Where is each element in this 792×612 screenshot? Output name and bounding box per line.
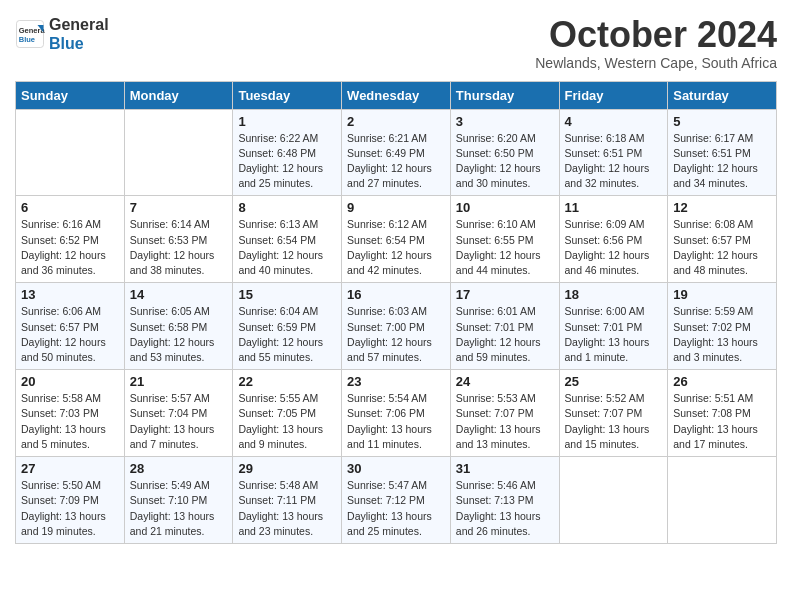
page-header: General Blue General Blue October 2024 N… [15, 15, 777, 71]
logo: General Blue General Blue [15, 15, 109, 53]
day-info: Sunrise: 6:08 AM Sunset: 6:57 PM Dayligh… [673, 217, 771, 278]
calendar-cell: 25Sunrise: 5:52 AM Sunset: 7:07 PM Dayli… [559, 370, 668, 457]
day-number: 19 [673, 287, 771, 302]
calendar-cell: 14Sunrise: 6:05 AM Sunset: 6:58 PM Dayli… [124, 283, 233, 370]
day-info: Sunrise: 6:03 AM Sunset: 7:00 PM Dayligh… [347, 304, 445, 365]
day-number: 2 [347, 114, 445, 129]
logo-text-general: General [49, 15, 109, 34]
calendar-cell [668, 457, 777, 544]
calendar-cell [124, 109, 233, 196]
day-info: Sunrise: 6:06 AM Sunset: 6:57 PM Dayligh… [21, 304, 119, 365]
calendar-cell: 16Sunrise: 6:03 AM Sunset: 7:00 PM Dayli… [342, 283, 451, 370]
title-block: October 2024 Newlands, Western Cape, Sou… [535, 15, 777, 71]
column-header-tuesday: Tuesday [233, 81, 342, 109]
day-number: 14 [130, 287, 228, 302]
day-number: 30 [347, 461, 445, 476]
calendar-cell: 29Sunrise: 5:48 AM Sunset: 7:11 PM Dayli… [233, 457, 342, 544]
day-info: Sunrise: 5:48 AM Sunset: 7:11 PM Dayligh… [238, 478, 336, 539]
day-info: Sunrise: 6:21 AM Sunset: 6:49 PM Dayligh… [347, 131, 445, 192]
day-number: 3 [456, 114, 554, 129]
calendar-cell: 4Sunrise: 6:18 AM Sunset: 6:51 PM Daylig… [559, 109, 668, 196]
day-info: Sunrise: 6:04 AM Sunset: 6:59 PM Dayligh… [238, 304, 336, 365]
day-info: Sunrise: 5:47 AM Sunset: 7:12 PM Dayligh… [347, 478, 445, 539]
day-number: 12 [673, 200, 771, 215]
day-number: 17 [456, 287, 554, 302]
day-number: 13 [21, 287, 119, 302]
column-header-wednesday: Wednesday [342, 81, 451, 109]
logo-text-blue: Blue [49, 34, 109, 53]
calendar-cell: 18Sunrise: 6:00 AM Sunset: 7:01 PM Dayli… [559, 283, 668, 370]
calendar-cell [559, 457, 668, 544]
calendar-cell: 22Sunrise: 5:55 AM Sunset: 7:05 PM Dayli… [233, 370, 342, 457]
calendar-cell: 30Sunrise: 5:47 AM Sunset: 7:12 PM Dayli… [342, 457, 451, 544]
calendar-week-row: 27Sunrise: 5:50 AM Sunset: 7:09 PM Dayli… [16, 457, 777, 544]
column-header-sunday: Sunday [16, 81, 125, 109]
calendar-week-row: 13Sunrise: 6:06 AM Sunset: 6:57 PM Dayli… [16, 283, 777, 370]
calendar-cell: 21Sunrise: 5:57 AM Sunset: 7:04 PM Dayli… [124, 370, 233, 457]
day-info: Sunrise: 5:55 AM Sunset: 7:05 PM Dayligh… [238, 391, 336, 452]
day-number: 15 [238, 287, 336, 302]
calendar-cell: 9Sunrise: 6:12 AM Sunset: 6:54 PM Daylig… [342, 196, 451, 283]
day-number: 23 [347, 374, 445, 389]
day-number: 10 [456, 200, 554, 215]
column-header-monday: Monday [124, 81, 233, 109]
day-info: Sunrise: 5:51 AM Sunset: 7:08 PM Dayligh… [673, 391, 771, 452]
calendar-cell: 7Sunrise: 6:14 AM Sunset: 6:53 PM Daylig… [124, 196, 233, 283]
calendar-cell: 13Sunrise: 6:06 AM Sunset: 6:57 PM Dayli… [16, 283, 125, 370]
calendar-cell: 2Sunrise: 6:21 AM Sunset: 6:49 PM Daylig… [342, 109, 451, 196]
day-info: Sunrise: 5:49 AM Sunset: 7:10 PM Dayligh… [130, 478, 228, 539]
calendar-week-row: 6Sunrise: 6:16 AM Sunset: 6:52 PM Daylig… [16, 196, 777, 283]
day-info: Sunrise: 6:00 AM Sunset: 7:01 PM Dayligh… [565, 304, 663, 365]
day-info: Sunrise: 5:54 AM Sunset: 7:06 PM Dayligh… [347, 391, 445, 452]
day-info: Sunrise: 5:50 AM Sunset: 7:09 PM Dayligh… [21, 478, 119, 539]
month-title: October 2024 [535, 15, 777, 55]
calendar-cell: 15Sunrise: 6:04 AM Sunset: 6:59 PM Dayli… [233, 283, 342, 370]
day-info: Sunrise: 5:57 AM Sunset: 7:04 PM Dayligh… [130, 391, 228, 452]
day-number: 29 [238, 461, 336, 476]
day-info: Sunrise: 5:59 AM Sunset: 7:02 PM Dayligh… [673, 304, 771, 365]
calendar-header-row: SundayMondayTuesdayWednesdayThursdayFrid… [16, 81, 777, 109]
logo-icon: General Blue [15, 19, 45, 49]
day-number: 21 [130, 374, 228, 389]
calendar-cell: 31Sunrise: 5:46 AM Sunset: 7:13 PM Dayli… [450, 457, 559, 544]
column-header-saturday: Saturday [668, 81, 777, 109]
day-number: 18 [565, 287, 663, 302]
calendar-week-row: 1Sunrise: 6:22 AM Sunset: 6:48 PM Daylig… [16, 109, 777, 196]
calendar-cell: 20Sunrise: 5:58 AM Sunset: 7:03 PM Dayli… [16, 370, 125, 457]
calendar-cell: 8Sunrise: 6:13 AM Sunset: 6:54 PM Daylig… [233, 196, 342, 283]
day-info: Sunrise: 6:17 AM Sunset: 6:51 PM Dayligh… [673, 131, 771, 192]
day-number: 27 [21, 461, 119, 476]
day-number: 28 [130, 461, 228, 476]
day-info: Sunrise: 6:10 AM Sunset: 6:55 PM Dayligh… [456, 217, 554, 278]
calendar-cell: 28Sunrise: 5:49 AM Sunset: 7:10 PM Dayli… [124, 457, 233, 544]
calendar-cell: 17Sunrise: 6:01 AM Sunset: 7:01 PM Dayli… [450, 283, 559, 370]
day-number: 6 [21, 200, 119, 215]
calendar-cell: 27Sunrise: 5:50 AM Sunset: 7:09 PM Dayli… [16, 457, 125, 544]
calendar-cell: 12Sunrise: 6:08 AM Sunset: 6:57 PM Dayli… [668, 196, 777, 283]
day-info: Sunrise: 5:52 AM Sunset: 7:07 PM Dayligh… [565, 391, 663, 452]
day-number: 11 [565, 200, 663, 215]
day-number: 20 [21, 374, 119, 389]
calendar-week-row: 20Sunrise: 5:58 AM Sunset: 7:03 PM Dayli… [16, 370, 777, 457]
day-info: Sunrise: 5:53 AM Sunset: 7:07 PM Dayligh… [456, 391, 554, 452]
day-number: 22 [238, 374, 336, 389]
day-info: Sunrise: 5:46 AM Sunset: 7:13 PM Dayligh… [456, 478, 554, 539]
day-info: Sunrise: 6:20 AM Sunset: 6:50 PM Dayligh… [456, 131, 554, 192]
calendar-cell: 1Sunrise: 6:22 AM Sunset: 6:48 PM Daylig… [233, 109, 342, 196]
calendar-cell: 10Sunrise: 6:10 AM Sunset: 6:55 PM Dayli… [450, 196, 559, 283]
day-number: 4 [565, 114, 663, 129]
svg-text:Blue: Blue [19, 35, 35, 44]
calendar-cell: 3Sunrise: 6:20 AM Sunset: 6:50 PM Daylig… [450, 109, 559, 196]
day-number: 1 [238, 114, 336, 129]
day-number: 26 [673, 374, 771, 389]
calendar-cell: 11Sunrise: 6:09 AM Sunset: 6:56 PM Dayli… [559, 196, 668, 283]
day-info: Sunrise: 6:01 AM Sunset: 7:01 PM Dayligh… [456, 304, 554, 365]
day-number: 5 [673, 114, 771, 129]
day-info: Sunrise: 6:16 AM Sunset: 6:52 PM Dayligh… [21, 217, 119, 278]
day-info: Sunrise: 6:13 AM Sunset: 6:54 PM Dayligh… [238, 217, 336, 278]
day-number: 25 [565, 374, 663, 389]
day-number: 24 [456, 374, 554, 389]
day-number: 7 [130, 200, 228, 215]
column-header-friday: Friday [559, 81, 668, 109]
calendar-cell: 6Sunrise: 6:16 AM Sunset: 6:52 PM Daylig… [16, 196, 125, 283]
